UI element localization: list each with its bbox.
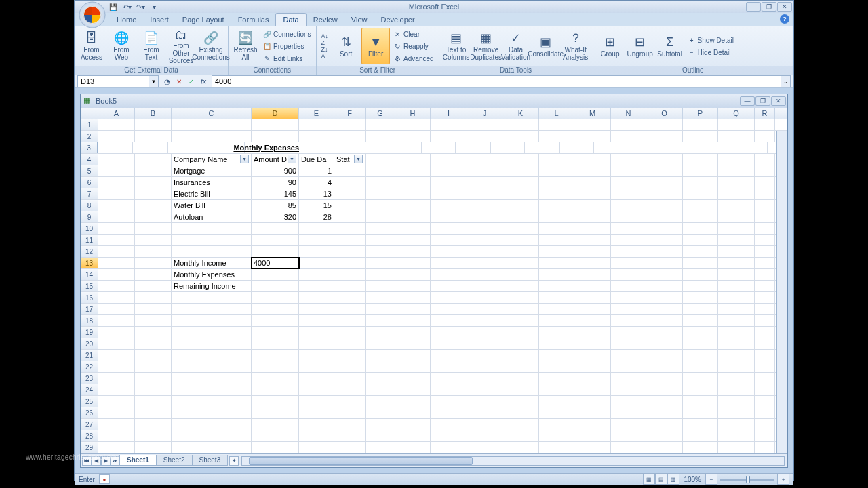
reapply-button[interactable]: ↻Reapply — [391, 41, 435, 52]
cell-B29[interactable] — [135, 442, 172, 453]
column-header-N[interactable]: N — [611, 108, 646, 119]
cell-E6[interactable]: 4 — [299, 177, 334, 188]
cell-J13[interactable] — [467, 258, 502, 268]
cell-H17[interactable] — [395, 304, 431, 314]
cell-P28[interactable] — [683, 430, 718, 441]
cell-P21[interactable] — [683, 350, 718, 361]
row-header-25[interactable]: 25 — [81, 396, 98, 407]
column-header-P[interactable]: P — [683, 108, 718, 119]
cell-C28[interactable] — [172, 430, 252, 441]
cell-O15[interactable] — [646, 281, 683, 291]
from-text-button[interactable]: 📄From Text — [137, 28, 165, 64]
cell-A6[interactable] — [98, 177, 135, 188]
cell-N29[interactable] — [611, 442, 646, 453]
cell-N8[interactable] — [611, 200, 646, 211]
maximize-button[interactable]: ❐ — [762, 2, 776, 12]
cell-A2[interactable] — [98, 131, 135, 142]
cell-R17[interactable] — [755, 304, 775, 314]
cell-N14[interactable] — [611, 269, 646, 280]
select-all-corner[interactable] — [81, 108, 98, 119]
cell-A9[interactable] — [98, 211, 135, 222]
cell-I16[interactable] — [431, 292, 467, 303]
cell-G5[interactable] — [366, 165, 395, 176]
cell-D1[interactable] — [252, 119, 299, 130]
name-box[interactable]: D13 ▼ — [77, 75, 159, 87]
cell-K17[interactable] — [502, 304, 539, 314]
cell-N16[interactable] — [611, 292, 646, 303]
cell-D26[interactable] — [252, 407, 299, 418]
cell-Q7[interactable] — [718, 188, 755, 199]
cell-G25[interactable] — [366, 396, 395, 407]
cell-D6[interactable]: 90 — [252, 177, 299, 188]
row-header-9[interactable]: 9 — [81, 211, 98, 222]
cell-J24[interactable] — [467, 384, 502, 395]
cell-B10[interactable] — [135, 223, 172, 234]
cell-L28[interactable] — [539, 430, 574, 441]
cell-N9[interactable] — [611, 211, 646, 222]
horizontal-scrollbar[interactable] — [241, 456, 785, 466]
cell-B6[interactable] — [135, 177, 172, 188]
column-header-R[interactable]: R — [755, 108, 775, 119]
cell-G17[interactable] — [366, 304, 395, 314]
cell-M22[interactable] — [574, 361, 611, 372]
cell-N5[interactable] — [611, 165, 646, 176]
cell-O2[interactable] — [646, 131, 683, 142]
cell-O11[interactable] — [646, 235, 683, 245]
cell-O9[interactable] — [646, 211, 683, 222]
cell-L12[interactable] — [539, 246, 574, 257]
cell-I7[interactable] — [431, 188, 467, 199]
cell-P10[interactable] — [683, 223, 718, 234]
row-header-19[interactable]: 19 — [81, 327, 98, 338]
cell-K19[interactable] — [502, 327, 539, 338]
cell-J8[interactable] — [467, 200, 502, 211]
filter-dropdown-icon[interactable]: ▼ — [240, 155, 249, 163]
cell-P16[interactable] — [683, 292, 718, 303]
cell-R20[interactable] — [755, 338, 775, 349]
qat-undo[interactable]: ↶▾ — [121, 1, 133, 13]
cell-E26[interactable] — [299, 407, 334, 418]
cell-Q10[interactable] — [718, 223, 755, 234]
cell-C27[interactable] — [172, 419, 252, 430]
filter-dropdown-icon[interactable]: ▼ — [354, 155, 363, 163]
data-validation-button[interactable]: ✓Data Validation — [502, 28, 530, 64]
cell-K12[interactable] — [502, 246, 539, 257]
close-button[interactable]: ✕ — [777, 2, 792, 12]
cell-H21[interactable] — [395, 350, 431, 361]
cell-J27[interactable] — [467, 419, 502, 430]
cell-O28[interactable] — [646, 430, 683, 441]
cell-J2[interactable] — [467, 131, 502, 142]
wb-maximize-button[interactable]: ❐ — [755, 96, 770, 106]
cell-L26[interactable] — [539, 407, 574, 418]
cell-H11[interactable] — [395, 235, 431, 245]
cell-F10[interactable] — [334, 223, 366, 234]
cell-H1[interactable] — [395, 119, 431, 130]
cell-R13[interactable] — [755, 258, 775, 268]
cell-L23[interactable] — [539, 373, 574, 384]
cell-A15[interactable] — [98, 281, 135, 291]
cell-I9[interactable] — [431, 211, 467, 222]
cell-R24[interactable] — [755, 384, 775, 395]
cell-N22[interactable] — [611, 361, 646, 372]
cell-D21[interactable] — [252, 350, 299, 361]
cell-J10[interactable] — [467, 223, 502, 234]
cell-A4[interactable] — [98, 154, 135, 165]
cell-A20[interactable] — [98, 338, 135, 349]
cell-D2[interactable] — [252, 131, 299, 142]
wb-close-button[interactable]: ✕ — [771, 96, 786, 106]
row-header-2[interactable]: 2 — [81, 131, 98, 142]
cell-F9[interactable] — [334, 211, 366, 222]
cell-F2[interactable] — [334, 131, 366, 142]
ribbon-tab-page-layout[interactable]: Page Layout — [176, 14, 231, 26]
cell-G12[interactable] — [366, 246, 395, 257]
zoom-in-button[interactable]: + — [777, 474, 789, 485]
subtotal-button[interactable]: ΣSubtotal — [656, 28, 684, 64]
cell-C15[interactable]: Remaining Income — [172, 281, 252, 291]
cell-H12[interactable] — [395, 246, 431, 257]
cell-L5[interactable] — [539, 165, 574, 176]
remove-duplicates-button[interactable]: ▦Remove Duplicates — [472, 28, 500, 64]
cell-M8[interactable] — [574, 200, 611, 211]
cell-L15[interactable] — [539, 281, 574, 291]
cell-D18[interactable] — [252, 315, 299, 326]
cell-H24[interactable] — [395, 384, 431, 395]
cell-F21[interactable] — [334, 350, 366, 361]
